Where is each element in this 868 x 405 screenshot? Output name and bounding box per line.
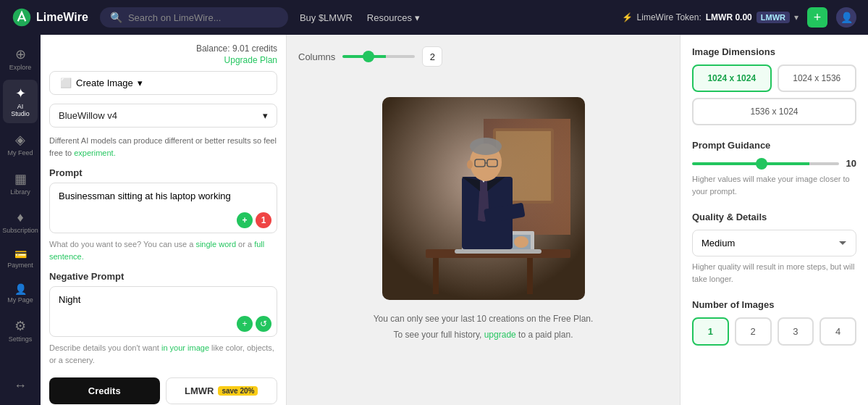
app-container: LimeWire 🔍 Buy $LMWR Resources ▾ ⚡ LimeW…	[0, 0, 868, 405]
lightning-icon: ⚡	[622, 12, 633, 22]
num-1-button[interactable]: 1	[692, 317, 729, 346]
guidance-section: Prompt Guidance 10 Higher values will ma…	[692, 140, 856, 197]
search-input[interactable]	[128, 12, 278, 23]
chevron-down-icon-token[interactable]: ▾	[794, 12, 799, 22]
num-images-grid: 1 2 3 4	[692, 317, 856, 346]
chevron-down-icon: ▾	[415, 12, 420, 23]
search-bar[interactable]: 🔍	[100, 7, 288, 28]
content-area: Balance: 9.01 credits Upgrade Plan ⬜ Cre…	[41, 35, 868, 405]
lmwr-badge: LMWR	[757, 12, 790, 23]
sidebar-item-subscription[interactable]: ♦ Subscription	[3, 204, 38, 240]
create-image-label: Create Image	[76, 78, 133, 88]
nav-buy[interactable]: Buy $LMWR	[300, 12, 353, 23]
topbar-right: ⚡ LimeWire Token: LMWR 0.00 LMWR ▾ + 👤	[622, 7, 856, 28]
sidebar-item-settings-label: Settings	[9, 335, 33, 343]
svg-rect-11	[455, 249, 542, 254]
negative-prompt-icons: + ↺	[237, 316, 271, 332]
sidebar-item-my-page-label: My Page	[7, 296, 33, 304]
create-image-button[interactable]: ⬜ Create Image ▾	[49, 71, 277, 95]
sidebar-item-ai-studio-label: AI Studio	[7, 103, 33, 117]
logo[interactable]: LimeWire	[12, 7, 88, 28]
dimensions-grid: 1024 x 1024 1024 x 1536	[692, 64, 856, 92]
svg-rect-6	[433, 258, 439, 294]
balance-area: Balance: 9.01 credits Upgrade Plan	[49, 43, 277, 65]
sidebar-item-my-page[interactable]: 👤 My Page	[3, 277, 38, 309]
svg-rect-7	[527, 258, 533, 294]
dim-1024x1536-button[interactable]: 1024 x 1536	[778, 64, 857, 92]
generated-image	[382, 97, 585, 300]
main-area: ⊕ Explore ✦ AI Studio ◈ My Feed ▦ Librar…	[0, 35, 868, 405]
negative-refresh-button[interactable]: ↺	[256, 316, 271, 332]
sidebar-item-explore-label: Explore	[9, 64, 32, 71]
num-3-button[interactable]: 3	[778, 317, 814, 346]
chevron-down-icon-model: ▾	[263, 110, 268, 121]
person-icon: 👤	[840, 12, 853, 23]
lmwr-button[interactable]: LMWR save 20%	[166, 377, 278, 404]
upgrade-link[interactable]: Upgrade Plan	[49, 55, 277, 65]
svg-point-23	[514, 236, 528, 248]
token-info: ⚡ LimeWire Token: LMWR 0.00 LMWR ▾	[622, 12, 799, 23]
columns-slider[interactable]	[342, 55, 415, 58]
sidebar-item-subscription-label: Subscription	[2, 227, 38, 234]
prompt-action-icons: + 1	[237, 212, 271, 228]
svg-point-18	[470, 138, 502, 155]
guidance-value: 10	[846, 158, 856, 169]
model-select-value: BlueWillow v4	[59, 110, 117, 121]
prompt-label: Prompt	[49, 167, 277, 178]
negative-hint-link[interactable]: in your image	[161, 343, 209, 352]
sidebar-item-my-feed[interactable]: ◈ My Feed	[3, 126, 38, 162]
balance-text: Balance: 9.01 credits	[49, 43, 277, 54]
guidance-title: Prompt Guidance	[692, 140, 856, 151]
dim-1536x1024-button[interactable]: 1536 x 1024	[692, 98, 856, 125]
sidebar-item-library-label: Library	[10, 188, 30, 196]
create-image-icon: ⬜	[60, 78, 72, 88]
experiment-link[interactable]: experiment.	[74, 149, 115, 157]
num-2-button[interactable]: 2	[735, 317, 772, 346]
add-balance-button[interactable]: +	[807, 7, 827, 28]
credits-button[interactable]: Credits	[49, 377, 160, 404]
chevron-down-icon-create: ▾	[138, 78, 143, 88]
sidebar-item-payment-label: Payment	[7, 262, 33, 269]
quality-hint: Higher quality will result in more steps…	[692, 261, 856, 285]
more-icon: ↔	[14, 378, 27, 393]
quality-section: Quality & Details Medium Low High Ultra …	[692, 212, 856, 285]
prompt-add-button[interactable]: +	[237, 212, 253, 228]
sidebar-item-library[interactable]: ▦ Library	[3, 165, 38, 201]
single-word-link[interactable]: single word	[195, 240, 236, 249]
library-icon: ▦	[14, 171, 27, 187]
nav-resources[interactable]: Resources ▾	[367, 12, 420, 23]
cost-row: Credits LMWR save 20%	[49, 377, 277, 404]
upgrade-history-link[interactable]: upgrade	[484, 330, 516, 340]
prompt-error-button[interactable]: 1	[256, 212, 271, 228]
save-badge: save 20%	[218, 386, 258, 396]
subscription-icon: ♦	[17, 210, 23, 225]
logo-text: LimeWire	[36, 11, 88, 24]
search-icon: 🔍	[110, 12, 122, 23]
dimensions-section: Image Dimensions 1024 x 1024 1024 x 1536…	[692, 46, 856, 125]
avatar[interactable]: 👤	[836, 7, 856, 28]
my-page-icon: 👤	[14, 283, 27, 295]
quality-title: Quality & Details	[692, 212, 856, 222]
dimensions-title: Image Dimensions	[692, 46, 856, 57]
left-panel: Balance: 9.01 credits Upgrade Plan ⬜ Cre…	[41, 35, 287, 405]
dim-1024x1024-button[interactable]: 1024 x 1024	[692, 64, 772, 92]
generated-image-container	[382, 97, 585, 300]
sidebar-item-settings[interactable]: ⚙ Settings	[3, 312, 38, 348]
num-images-section: Number of Images 1 2 3 4	[692, 299, 856, 346]
sidebar-item-ai-studio[interactable]: ✦ AI Studio	[3, 80, 38, 123]
negative-prompt-wrapper: Night + ↺	[49, 286, 277, 339]
explore-icon: ⊕	[15, 46, 26, 62]
guidance-slider[interactable]	[692, 162, 839, 165]
sidebar-item-my-feed-label: My Feed	[7, 149, 33, 156]
prompt-wrapper: <span class="underline-err">Businessman<…	[49, 183, 277, 235]
num-4-button[interactable]: 4	[819, 317, 856, 346]
sidebar-item-more[interactable]: ↔	[3, 372, 38, 399]
columns-bar: Columns 2	[298, 46, 442, 67]
negative-add-button[interactable]: +	[237, 316, 253, 332]
nav-links: Buy $LMWR Resources ▾	[300, 12, 420, 23]
sidebar-item-payment[interactable]: 💳 Payment	[3, 243, 38, 275]
sidebar-item-explore[interactable]: ⊕ Explore	[3, 41, 38, 77]
svg-point-24	[467, 160, 473, 169]
model-select[interactable]: BlueWillow v4 ▾	[49, 104, 277, 128]
quality-select[interactable]: Medium Low High Ultra	[692, 230, 856, 256]
